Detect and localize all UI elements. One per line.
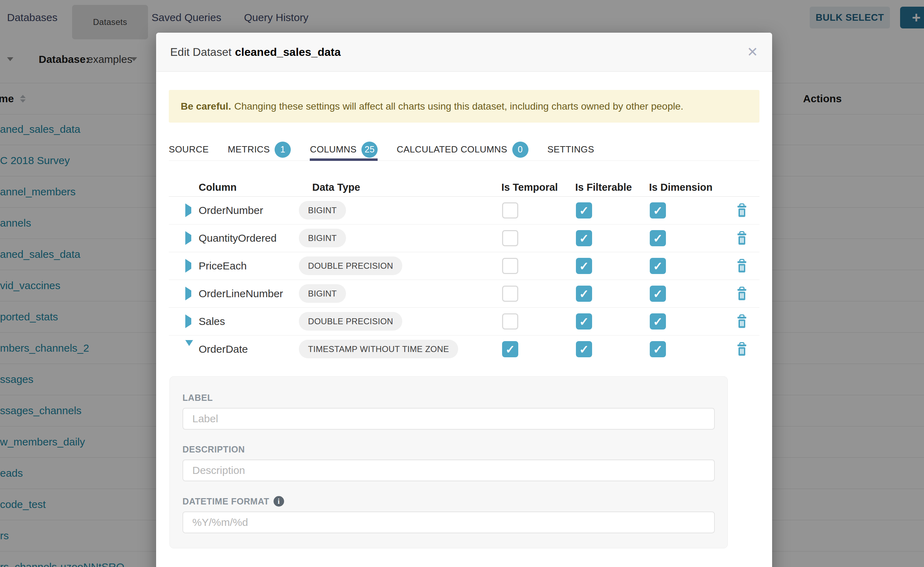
- column-row: OrderDate TIMESTAMP WITHOUT TIME ZONE: [169, 336, 760, 363]
- tab-badge: 1: [275, 142, 291, 158]
- edit-dataset-modal: Edit Datasetcleaned_sales_data ✕ Be care…: [156, 33, 772, 567]
- is-dimension-checkbox[interactable]: [650, 230, 666, 246]
- warning-bold-text: Be careful.: [181, 101, 231, 112]
- is-filterable-checkbox[interactable]: [576, 314, 592, 330]
- is-dimension-checkbox[interactable]: [650, 286, 666, 302]
- data-type-pill: BIGINT: [299, 284, 346, 303]
- modal-tabs: SOURCEMETRICS1COLUMNS25CALCULATED COLUMN…: [169, 138, 760, 161]
- tab-settings[interactable]: SETTINGS: [548, 138, 594, 160]
- delete-column-icon[interactable]: [736, 314, 748, 328]
- data-type-pill: DOUBLE PRECISION: [299, 256, 402, 275]
- column-name: OrderLineNumber: [193, 288, 299, 300]
- is-filterable-checkbox[interactable]: [576, 341, 592, 357]
- expand-caret-icon[interactable]: [185, 231, 191, 245]
- column-row: OrderLineNumber BIGINT: [169, 280, 760, 308]
- delete-column-icon[interactable]: [736, 203, 748, 218]
- column-header: Column: [193, 182, 299, 193]
- tab-badge: 25: [361, 142, 378, 158]
- column-name: QuantityOrdered: [193, 232, 299, 244]
- is-filterable-checkbox[interactable]: [576, 202, 592, 219]
- tab-label: SOURCE: [169, 144, 209, 155]
- is-temporal-header: Is Temporal: [496, 182, 570, 193]
- data-type-pill: DOUBLE PRECISION: [299, 312, 402, 331]
- column-row: QuantityOrdered BIGINT: [169, 225, 760, 252]
- column-name: OrderNumber: [193, 204, 299, 216]
- is-temporal-checkbox[interactable]: [502, 230, 518, 246]
- tab-label: SETTINGS: [548, 144, 594, 155]
- tab-source[interactable]: SOURCE: [169, 138, 209, 160]
- datetime-format-field-label: DATETIME FORMAT i: [182, 496, 715, 507]
- expand-caret-icon[interactable]: [185, 259, 191, 273]
- is-filterable-checkbox[interactable]: [576, 230, 592, 246]
- column-name: OrderDate: [193, 343, 299, 355]
- is-temporal-checkbox[interactable]: [502, 286, 518, 302]
- is-dimension-checkbox[interactable]: [650, 202, 666, 219]
- is-dimension-checkbox[interactable]: [650, 258, 666, 274]
- is-temporal-checkbox[interactable]: [502, 341, 518, 357]
- tab-metrics[interactable]: METRICS1: [228, 138, 291, 160]
- datasets-page: DatabasesDatasetsSaved QueriesQuery Hist…: [0, 0, 924, 567]
- data-type-pill: BIGINT: [299, 201, 346, 220]
- modal-dataset-name: cleaned_sales_data: [235, 46, 341, 58]
- delete-column-icon[interactable]: [736, 342, 748, 356]
- expand-caret-icon[interactable]: [185, 286, 191, 300]
- is-temporal-checkbox[interactable]: [502, 202, 518, 219]
- is-filterable-checkbox[interactable]: [576, 258, 592, 274]
- modal-title: Edit Datasetcleaned_sales_data: [170, 46, 341, 58]
- data-type-pill: TIMESTAMP WITHOUT TIME ZONE: [299, 340, 458, 358]
- tab-label: METRICS: [228, 144, 270, 155]
- is-temporal-checkbox[interactable]: [502, 258, 518, 274]
- is-dimension-checkbox[interactable]: [650, 314, 666, 330]
- label-input[interactable]: [182, 408, 715, 430]
- is-filterable-checkbox[interactable]: [576, 286, 592, 302]
- warning-text: Changing these settings will affect all …: [234, 101, 683, 112]
- is-temporal-checkbox[interactable]: [502, 314, 518, 330]
- is-dimension-checkbox[interactable]: [650, 341, 666, 357]
- data-type-header: Data Type: [299, 182, 496, 193]
- columns-table-header: Column Data Type Is Temporal Is Filterab…: [169, 178, 760, 197]
- info-icon[interactable]: i: [274, 496, 284, 507]
- description-field-label: DESCRIPTION: [182, 444, 715, 454]
- delete-column-icon[interactable]: [736, 259, 748, 273]
- tab-calculated-columns[interactable]: CALCULATED COLUMNS0: [397, 138, 528, 160]
- warning-banner: Be careful. Changing these settings will…: [169, 90, 760, 123]
- column-name: PriceEach: [193, 260, 299, 272]
- tab-badge: 0: [512, 142, 528, 158]
- expand-caret-icon[interactable]: [185, 314, 191, 328]
- expand-caret-icon[interactable]: [185, 203, 191, 217]
- column-editor-panel: LABEL DESCRIPTION DATETIME FORMAT i: [170, 376, 728, 548]
- delete-column-icon[interactable]: [736, 231, 748, 245]
- column-row: PriceEach DOUBLE PRECISION: [169, 252, 760, 280]
- description-input[interactable]: [182, 459, 715, 481]
- datetime-format-input[interactable]: [182, 512, 715, 533]
- delete-column-icon[interactable]: [736, 286, 748, 301]
- data-type-pill: BIGINT: [299, 229, 346, 248]
- collapse-caret-icon[interactable]: [185, 340, 193, 352]
- tab-columns[interactable]: COLUMNS25: [310, 138, 378, 160]
- modal-title-prefix: Edit Dataset: [170, 46, 231, 58]
- column-row: Sales DOUBLE PRECISION: [169, 308, 760, 336]
- label-field-label: LABEL: [182, 393, 715, 403]
- column-name: Sales: [193, 315, 299, 327]
- tab-label: CALCULATED COLUMNS: [397, 144, 507, 155]
- modal-body: Be careful. Changing these settings will…: [156, 90, 772, 548]
- datetime-format-label-text: DATETIME FORMAT: [182, 496, 269, 507]
- is-dimension-header: Is Dimension: [643, 182, 724, 193]
- close-icon[interactable]: ✕: [747, 45, 758, 58]
- columns-table-body: OrderNumber BIGINT QuantityOrdered BIGIN…: [169, 197, 760, 363]
- is-filterable-header: Is Filterable: [570, 182, 643, 193]
- column-row: OrderNumber BIGINT: [169, 197, 760, 225]
- modal-header: Edit Datasetcleaned_sales_data ✕: [156, 33, 772, 72]
- tab-label: COLUMNS: [310, 144, 357, 155]
